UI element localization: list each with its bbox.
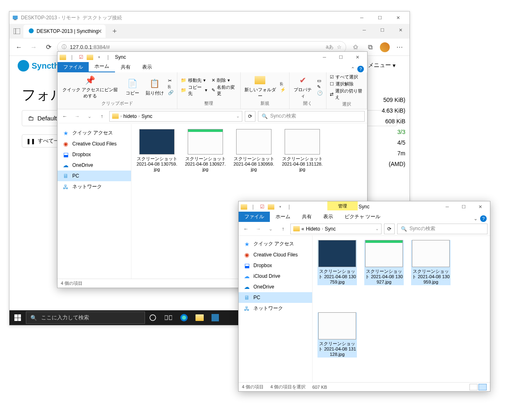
select-all-button[interactable]: ☑ すべて選択 — [330, 74, 363, 80]
invert-selection-button[interactable]: ⇄ 選択の切り替え — [330, 88, 363, 100]
minimize-button[interactable]: ─ — [316, 52, 333, 62]
minimize-button[interactable]: ─ — [439, 201, 455, 212]
pin-quick-access-button[interactable]: 📌クイック アクセスにピン留めする — [61, 74, 120, 99]
file-item[interactable]: スクリーンショット 2021-04-08 130959.jpg — [411, 240, 451, 285]
file-list[interactable]: スクリーンショット 2021-04-08 130759.jpgスクリーンショット… — [313, 235, 490, 382]
breadcrumb-part[interactable]: Sync — [141, 113, 152, 119]
new-folder-button[interactable]: 新しいフォルダー — [244, 74, 276, 99]
nav-onedrive[interactable]: ☁OneDrive — [57, 160, 131, 171]
rdp-titlebar[interactable]: DESKTOP-2013 - リモート デスクトップ接続 ─ ☐ ✕ — [9, 12, 409, 24]
cortana-icon[interactable] — [145, 310, 161, 325]
maximize-button[interactable]: ☐ — [371, 12, 389, 24]
view-details-icon[interactable] — [469, 384, 478, 390]
file-item[interactable]: スクリーンショット 2021-04-08 131128.jpg — [317, 312, 357, 358]
breadcrumb-part[interactable]: Sync — [325, 226, 336, 232]
tab-view[interactable]: 表示 — [317, 212, 339, 222]
breadcrumb-part[interactable]: hideto — [123, 113, 137, 119]
delete-button[interactable]: ✕ 削除 ▾ — [212, 77, 237, 83]
nav-onedrive[interactable]: ☁OneDrive — [239, 282, 312, 292]
file-item[interactable]: スクリーンショット 2021-04-08 130927.jpg — [185, 129, 226, 173]
nav-quick-access[interactable]: ★クイック アクセス — [239, 238, 312, 249]
nav-dropbox[interactable]: ⬓Dropbox — [57, 149, 131, 160]
history-icon[interactable]: 🕑 — [317, 90, 323, 96]
nav-recent-dropdown[interactable]: ⌄ — [85, 111, 94, 121]
file-item[interactable]: スクリーンショット 2021-04-08 131128.jpg — [282, 129, 323, 173]
edit-icon[interactable]: ✎ — [317, 84, 323, 90]
nav-pc[interactable]: 🖥PC — [57, 171, 131, 181]
paste-button[interactable]: 📋貼り付け — [146, 78, 164, 96]
breadcrumb-overflow[interactable]: « — [301, 226, 304, 232]
breadcrumb[interactable]: › hideto › Sync ⌄ — [109, 111, 242, 122]
reader-icon[interactable]: ☆ — [337, 44, 342, 50]
taskbar-edge-icon[interactable] — [176, 310, 192, 325]
tab-close-icon[interactable]: ✕ — [97, 28, 102, 35]
nav-network[interactable]: 🖧ネットワーク — [239, 303, 312, 314]
menu-icon[interactable]: ⋯ — [393, 41, 406, 54]
copy-to-button[interactable]: 📁 コピー先 ▾ — [181, 84, 207, 97]
explorer-titlebar[interactable]: | ☑ ▾ | 管理 Sync ─ ☐ ✕ — [239, 201, 490, 212]
nav-network[interactable]: 🖧ネットワーク — [57, 181, 131, 192]
nav-creative-cloud[interactable]: ◉Creative Cloud Files — [239, 249, 312, 260]
site-info-icon[interactable]: ⓘ — [62, 44, 67, 51]
profile-avatar[interactable] — [378, 41, 391, 54]
copy-button[interactable]: 📄コピー — [124, 78, 142, 96]
task-view-icon[interactable] — [161, 310, 176, 325]
maximize-button[interactable]: ☐ — [373, 24, 391, 36]
tab-view[interactable]: 表示 — [136, 62, 158, 72]
file-item[interactable]: スクリーンショット 2021-04-08 130927.jpg — [364, 240, 404, 285]
cut-button[interactable]: ✂ — [168, 78, 174, 83]
help-icon[interactable]: ? — [480, 215, 487, 222]
tab-file[interactable]: ファイル — [57, 62, 89, 72]
file-item[interactable]: スクリーンショット 2021-04-08 130759.jpg — [317, 240, 357, 285]
refresh-button[interactable]: ⟳ — [42, 41, 55, 53]
explorer-search[interactable]: 🔍 Syncの検索 — [397, 224, 488, 234]
sidebar-toggle-icon[interactable] — [12, 26, 22, 36]
nav-up-button[interactable]: ↑ — [278, 224, 288, 234]
nav-forward-button[interactable]: → — [253, 224, 263, 234]
taskbar-explorer-icon[interactable] — [192, 310, 207, 325]
tab-home[interactable]: ホーム — [89, 61, 115, 72]
qat-checkbox-icon[interactable]: ☑ — [258, 203, 266, 210]
back-button[interactable]: ← — [13, 41, 25, 53]
nav-pc[interactable]: 🖥PC — [239, 292, 312, 303]
properties-button[interactable]: ✔プロパティ — [293, 74, 313, 99]
translate-badge[interactable]: aあ — [326, 44, 333, 51]
nav-creative-cloud[interactable]: ◉Creative Cloud Files — [57, 138, 131, 149]
open-icon[interactable]: ▭ — [317, 78, 323, 83]
tab-home[interactable]: ホーム — [270, 212, 296, 222]
nav-back-button[interactable]: ← — [241, 224, 251, 234]
tab-picture-tools[interactable]: ピクチャ ツール — [339, 212, 386, 222]
tab-share[interactable]: 共有 — [296, 212, 317, 222]
minimize-button[interactable]: ─ — [355, 24, 373, 36]
qat-checkbox-icon[interactable]: ☑ — [77, 53, 85, 61]
select-none-button[interactable]: ☐ 選択解除 — [330, 81, 363, 87]
nav-dropbox[interactable]: ⬓Dropbox — [239, 260, 312, 271]
forward-button[interactable]: → — [28, 41, 40, 53]
paste-shortcut-button[interactable]: 🔗 — [168, 90, 174, 95]
nav-back-button[interactable]: ← — [60, 111, 70, 121]
close-button[interactable]: ✕ — [389, 12, 407, 24]
syncthing-menu[interactable]: メニュー▾ — [368, 62, 396, 69]
breadcrumb-dropdown-icon[interactable]: ⌄ — [236, 114, 239, 118]
taskbar-app-icon[interactable] — [207, 310, 223, 325]
tab-file[interactable]: ファイル — [239, 212, 270, 222]
breadcrumb-dropdown-icon[interactable]: ⌄ — [375, 226, 379, 231]
refresh-button[interactable]: ⟳ — [384, 224, 395, 234]
explorer-search[interactable]: 🔍 Syncの検索 — [258, 111, 365, 122]
start-button[interactable] — [9, 310, 26, 325]
new-item-icon[interactable]: ⎘ — [280, 81, 286, 86]
nav-up-button[interactable]: ↑ — [97, 111, 107, 121]
close-button[interactable]: ✕ — [391, 24, 409, 36]
breadcrumb[interactable]: « Hideto › Sync ⌄ — [290, 224, 382, 234]
nav-recent-dropdown[interactable]: ⌄ — [266, 224, 276, 234]
view-thumbnails-icon[interactable] — [478, 384, 487, 390]
ribbon-collapse[interactable]: ⌃? — [351, 66, 367, 72]
copy-path-button[interactable]: ⎘ — [168, 84, 174, 89]
breadcrumb-part[interactable]: Hideto — [306, 226, 320, 232]
help-icon[interactable]: ? — [357, 66, 364, 72]
nav-quick-access[interactable]: ★クイック アクセス — [57, 127, 131, 138]
contextual-tab-manage[interactable]: 管理 — [327, 201, 358, 210]
minimize-button[interactable]: ─ — [353, 12, 371, 24]
rename-button[interactable]: ✎ 名前の変更 — [212, 84, 237, 97]
browser-tab[interactable]: DESKTOP-2013 | Syncthing ✕ — [23, 25, 106, 38]
